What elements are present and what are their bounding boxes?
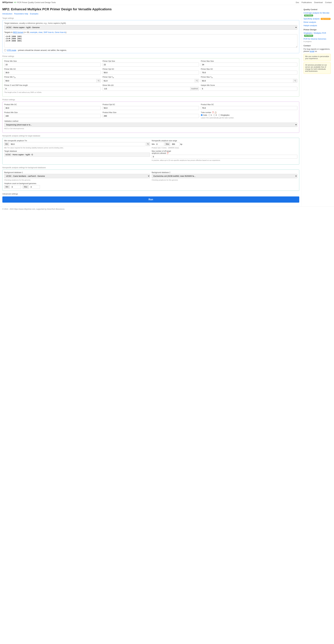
amplicon-bp-unit: bp <box>180 143 182 145</box>
sidebar-email-link[interactable]: email <box>310 50 314 52</box>
nav-doc[interactable]: Doc <box>296 1 299 4</box>
product-max-size-input[interactable] <box>103 114 199 118</box>
tube-number-group: Tube number ❓ 📋 Auto 1 2 Singleplex <box>201 112 297 119</box>
nav-contact[interactable]: Contact <box>325 1 332 4</box>
tube-singleplex-radio[interactable] <box>218 114 220 116</box>
primer-settings-box: Primer Min Size Primer Opt Size Primer M… <box>2 58 299 96</box>
primer-opt-tm-label: Primer Opt Tm <box>103 76 199 78</box>
str-mode-desc: : primers should be chosen around, not w… <box>17 49 67 51</box>
product-min-gc-input[interactable] <box>4 106 101 110</box>
primer-opt-tm-input[interactable] <box>103 79 195 83</box>
sidebar-qc-title: Quality Control <box>303 8 331 10</box>
bed-format-line: Targets in BED format (<= 50, example, c… <box>4 31 297 34</box>
amplicon-min-input[interactable] <box>155 142 164 146</box>
product-max-gc-input[interactable] <box>201 106 297 110</box>
primer-opt-size-input[interactable] <box>103 63 199 66</box>
run-button[interactable]: Run <box>2 196 299 202</box>
primer-max-tm-input[interactable] <box>201 79 293 83</box>
tube-auto-option[interactable]: Auto <box>201 114 207 116</box>
coverage-badge: New feature <box>304 14 313 16</box>
primer-min-size-input[interactable] <box>4 63 101 66</box>
primer-max-tm-group: Primer Max Tm °C <box>201 76 297 83</box>
tube-2-option[interactable]: 2 <box>213 114 217 116</box>
bg-db-row: Background database 1 UCSC - Canis famil… <box>4 172 297 181</box>
bg1-note: Checking amplicons for this genome. <box>4 179 150 181</box>
primer-min-tm-input[interactable] <box>4 79 96 83</box>
bg2-label: Background database 2 <box>152 172 297 174</box>
amplicon-max-label: Max <box>165 142 170 146</box>
bed-example-link[interactable]: example <box>30 31 37 34</box>
sidebar-contact-title: Contact <box>303 44 331 47</box>
bg1-select[interactable]: UCSC - Canis familiaris - canFam3 - Geno… <box>4 174 150 178</box>
link-introduction[interactable]: Introduction <box>2 13 12 15</box>
hairpin-min-score-input[interactable] <box>201 87 297 91</box>
link-parameters-help[interactable]: Parameters help <box>14 13 28 15</box>
cookie-text: We use cookies to personalize your exper… <box>305 56 329 60</box>
validation-select[interactable]: Sequencing (short-read or lo... <box>4 122 297 127</box>
offtarget-note: In practice, allow up to 10 non-specific… <box>152 160 297 161</box>
tube-singleplex-option[interactable]: Singleplex <box>218 114 230 116</box>
validation-label: Validation method <box>4 120 297 122</box>
product-max-size-label: Product Max Size <box>103 112 199 114</box>
primer-max-tm-input-group: °C <box>201 79 297 83</box>
min-tm-prefix: Min <box>4 142 9 146</box>
amplicon-max-input[interactable] <box>171 142 180 146</box>
free-text: All services provided on our server are … <box>305 64 327 72</box>
product-min-size-label: Product Min Size <box>4 112 101 114</box>
sidebar-singleplex[interactable]: Singleplex / Multiplex PCR New feature <box>303 32 331 37</box>
primer-snp-free-input[interactable] <box>4 87 101 91</box>
bg2-select[interactable]: Escherichia coli (NCBI:txid562, total 35… <box>152 174 297 178</box>
product-opt-gc-input[interactable] <box>103 106 199 110</box>
target-db-description: Target database, usually a reference gen… <box>4 22 297 24</box>
amplicon-count-min-input[interactable] <box>11 185 21 189</box>
top-nav: MFEprimer 4.0 PCR Primer Quality Control… <box>0 0 334 5</box>
app-name: MFEprimer <box>2 1 13 4</box>
max-offtarget-input[interactable] <box>152 155 297 159</box>
advanced-settings-toggle[interactable]: Advanced settings <box>2 193 299 195</box>
product-gc-row: Product Min GC Product Opt GC Product Ma… <box>4 104 297 110</box>
amplicon-count-max-input[interactable] <box>30 185 40 189</box>
product-min-size-input[interactable] <box>4 114 101 118</box>
targets-textarea[interactable]: chrM 1000 1001 chrM 2000 2001 chrM 3000 … <box>4 34 297 48</box>
sidebar-design-title: Primer Design <box>303 28 331 31</box>
primer-min-gc-input[interactable] <box>4 70 101 74</box>
bg1-group: Background database 1 UCSC - Canis famil… <box>4 172 150 181</box>
bed-gene-link[interactable]: Gene how-to <box>55 31 66 34</box>
str-mode-link[interactable]: STR mode <box>7 49 16 51</box>
amplicon-range-label: Nonspecific amplicon size range <box>152 140 297 142</box>
bed-snp-link[interactable]: SNP how-to, <box>44 31 54 34</box>
tube-auto-radio[interactable] <box>201 114 203 116</box>
product-min-gc-group: Product Min GC <box>4 104 101 110</box>
min-nonspecific-tm-label: Min nonspecific amplicon Tm <box>4 140 150 142</box>
primer-settings-label: Primer settings <box>2 55 299 57</box>
tube-number-radio-group: Auto 1 2 Singleplex <box>201 114 297 116</box>
nav-publications[interactable]: Publications <box>301 1 312 4</box>
tube-1-radio[interactable] <box>209 114 211 116</box>
sidebar-dimer[interactable]: Dimer analysis <box>303 21 331 24</box>
sidebar-diverse-genomes[interactable]: PCR for Diverse GenomesIn progress <box>303 38 331 43</box>
min-tm-group: Min nonspecific amplicon Tm Min °C Min T… <box>4 140 150 149</box>
sidebar-hairpin[interactable]: Hairpin analysis <box>303 24 331 27</box>
primer-opt-gc-input[interactable] <box>103 70 199 74</box>
sidebar-coverage[interactable]: Coverage analysis for Microbe New featur… <box>303 12 331 17</box>
min-tm-input[interactable] <box>10 142 145 146</box>
str-mode-checkbox[interactable] <box>4 49 6 51</box>
target-db-select[interactable]: UCSC - Homo sapien - hg38 - Genome <box>4 25 297 30</box>
tube-2-radio[interactable] <box>213 114 215 116</box>
ns-db-offtarget-row: Target database Max number of off-target… <box>4 150 297 161</box>
nav-download[interactable]: Download <box>314 1 323 4</box>
tube-1-option[interactable]: 1 <box>209 114 212 116</box>
run-btn-container: Run <box>2 196 299 202</box>
link-examples[interactable]: Examples <box>30 13 38 15</box>
bed-comma1: , <box>37 31 38 34</box>
bed-format-link[interactable]: BED format <box>13 31 23 34</box>
primer-max-size-input[interactable] <box>201 63 297 66</box>
target-db-input[interactable] <box>4 152 150 156</box>
dimer-delta-g-input[interactable] <box>103 87 190 91</box>
primer-tm-row: Primer Min Tm °C Primer Opt Tm °C Primer… <box>4 76 297 83</box>
primer-snp-free-label: Primer 3' end SNP-free length <box>4 84 101 86</box>
bed-clear-link[interactable]: clear <box>38 31 42 34</box>
primer-opt-tm-group: Primer Opt Tm °C <box>103 76 199 83</box>
sidebar-specificity[interactable]: Specificity analysis Improvement <box>303 18 331 20</box>
primer-max-gc-input[interactable] <box>201 70 297 74</box>
